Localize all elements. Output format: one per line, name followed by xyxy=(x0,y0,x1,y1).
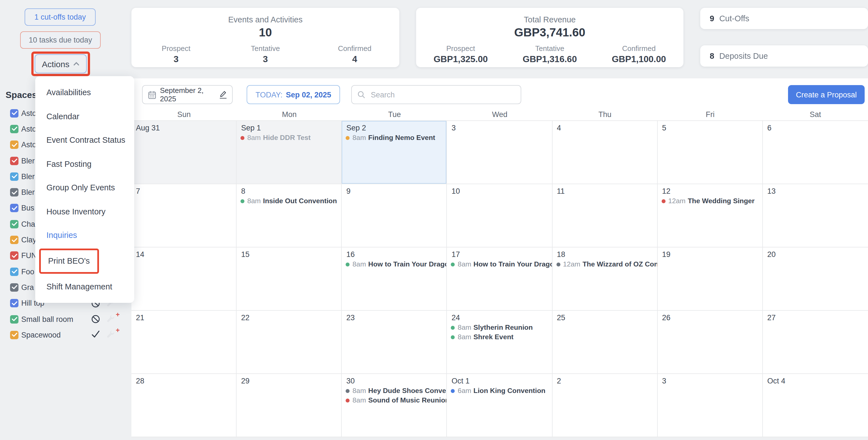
calendar-day-cell[interactable]: Sep 28amFinding Nemo Event xyxy=(342,121,447,184)
tasks-due-button[interactable]: 10 tasks due today xyxy=(20,31,101,49)
space-row: Spacewood+ xyxy=(0,327,131,343)
space-checkbox[interactable] xyxy=(10,283,19,292)
space-checkbox[interactable] xyxy=(10,125,19,133)
calendar-day-cell[interactable]: 10 xyxy=(447,184,552,247)
space-checkbox[interactable] xyxy=(10,252,19,260)
space-checkbox[interactable] xyxy=(10,204,19,212)
calendar-date-label: 7 xyxy=(131,184,236,195)
deposits-card[interactable]: 8 Deposits Due xyxy=(700,45,868,67)
event-status-dot xyxy=(241,136,244,140)
calendar-day-cell[interactable]: 2 xyxy=(552,374,657,437)
calendar-event[interactable]: 12amThe Wizzard of OZ Convention xyxy=(552,260,657,268)
menu-item-print-beo-s[interactable]: Print BEO's xyxy=(41,250,97,272)
calendar-day-cell[interactable]: 14 xyxy=(131,247,237,311)
cutoffs-today-button[interactable]: 1 cut-offs today xyxy=(25,8,96,26)
calendar-event[interactable]: 12amThe Wedding Singer xyxy=(657,197,762,205)
calendar-event[interactable]: 8amHow to Train Your Dragon xyxy=(447,260,552,268)
calendar-event[interactable]: 8amInside Out Convention xyxy=(237,197,341,205)
calendar-day-cell[interactable]: 3 xyxy=(447,121,552,184)
calendar-day-cell[interactable]: 22 xyxy=(237,311,342,374)
calendar-event[interactable]: 8amSlytherin Reunion xyxy=(447,324,552,331)
calendar-day-cell[interactable]: 29 xyxy=(237,374,342,437)
space-checkbox[interactable] xyxy=(10,141,19,149)
menu-item-fast-posting[interactable]: Fast Posting xyxy=(35,152,134,176)
calendar-date-label: 24 xyxy=(447,311,552,322)
app-root: 1 cut-offs today 10 tasks due today Acti… xyxy=(0,0,868,440)
space-checkbox[interactable] xyxy=(10,236,19,244)
calendar-day-cell[interactable]: 1812amThe Wizzard of OZ Convention xyxy=(552,247,657,311)
menu-item-group-only-events[interactable]: Group Only Events xyxy=(35,176,134,200)
events-confirmed-label: Confirmed xyxy=(310,44,399,53)
menu-item-inquiries[interactable]: Inquiries xyxy=(35,223,134,247)
calendar-date-label: Aug 31 xyxy=(131,121,236,132)
calendar-day-cell[interactable]: 25 xyxy=(552,311,657,374)
menu-item-house-inventory[interactable]: House Inventory xyxy=(35,200,134,223)
search-input[interactable] xyxy=(370,90,515,99)
wrench-plus-icon[interactable]: + xyxy=(106,330,119,340)
calendar-event[interactable]: 8amHey Dude Shoes Convention xyxy=(342,387,446,395)
calendar-day-cell[interactable]: 248amSlytherin Reunion8amShrek Event xyxy=(447,311,552,374)
menu-item-shift-management[interactable]: Shift Management xyxy=(35,274,134,298)
calendar-day-cell[interactable]: 168amHow to Train Your Dragon xyxy=(342,247,447,311)
cutoffs-card[interactable]: 9 Cut-Offs xyxy=(700,8,868,29)
calendar-day-cell[interactable]: Oct 4 xyxy=(763,374,868,437)
menu-item-availabilities[interactable]: Availabilities xyxy=(35,81,134,105)
calendar-day-cell[interactable]: 13 xyxy=(763,184,868,247)
space-checkbox[interactable] xyxy=(10,188,19,197)
calendar-day-cell[interactable]: Oct 16amLion King Convention xyxy=(447,374,552,437)
wrench-plus-icon[interactable]: + xyxy=(106,314,119,324)
space-checkbox[interactable] xyxy=(10,172,19,181)
blocked-icon[interactable] xyxy=(91,315,100,324)
calendar-day-cell[interactable]: Aug 31 xyxy=(131,121,237,184)
space-checkbox[interactable] xyxy=(10,267,19,276)
calendar-day-cell[interactable]: 4 xyxy=(552,121,657,184)
calendar-day-cell[interactable]: Sep 18amHide DDR Test xyxy=(237,121,342,184)
menu-item-calendar[interactable]: Calendar xyxy=(35,105,134,128)
today-button[interactable]: TODAY: Sep 02, 2025 xyxy=(247,85,340,104)
calendar-day-cell[interactable]: 5 xyxy=(657,121,763,184)
calendar-event[interactable]: 8amHow to Train Your Dragon xyxy=(342,260,446,268)
calendar-event[interactable]: 8amFinding Nemo Event xyxy=(342,134,446,142)
space-checkbox[interactable] xyxy=(10,220,19,228)
create-proposal-button[interactable]: Create a Proposal xyxy=(788,85,865,104)
cutoffs-label: Cut-Offs xyxy=(719,14,749,23)
calendar-day-cell[interactable]: 20 xyxy=(763,247,868,311)
calendar-date-label: 21 xyxy=(131,311,236,322)
calendar-day-cell[interactable]: 27 xyxy=(763,311,868,374)
calendar-day-cell[interactable]: 23 xyxy=(342,311,447,374)
space-checkbox[interactable] xyxy=(10,109,19,117)
calendar-day-cell[interactable]: 3 xyxy=(657,374,763,437)
actions-button[interactable]: Actions xyxy=(35,54,87,74)
date-picker-button[interactable]: September 2, 2025 xyxy=(142,85,232,104)
event-title: Lion King Convention xyxy=(473,387,545,395)
menu-item-event-contract-status[interactable]: Event Contract Status xyxy=(35,128,134,152)
calendar-day-cell[interactable]: 1212amThe Wedding Singer xyxy=(657,184,763,247)
calendar-date-label: 27 xyxy=(763,311,868,322)
calendar-day-cell[interactable]: 26 xyxy=(657,311,763,374)
calendar-day-cell[interactable]: 7 xyxy=(131,184,237,247)
day-header-wed: Wed xyxy=(447,110,552,120)
space-checkbox[interactable] xyxy=(10,299,19,307)
calendar-day-cell[interactable]: 19 xyxy=(657,247,763,311)
calendar-day-cell[interactable]: 9 xyxy=(342,184,447,247)
actions-annotation-box: Actions xyxy=(31,52,90,76)
calendar-day-cell[interactable]: 15 xyxy=(237,247,342,311)
calendar-day-cell[interactable]: 11 xyxy=(552,184,657,247)
event-time: 6am xyxy=(458,387,471,395)
space-checkbox[interactable] xyxy=(10,331,19,339)
calendar-day-cell[interactable]: 28 xyxy=(131,374,237,437)
calendar-day-cell[interactable]: 308amHey Dude Shoes Convention8amSound o… xyxy=(342,374,447,437)
event-title: Hey Dude Shoes Convention xyxy=(368,387,447,395)
check-icon[interactable] xyxy=(91,330,100,340)
calendar-event[interactable]: 8amShrek Event xyxy=(447,333,552,341)
space-checkbox[interactable] xyxy=(10,315,19,323)
calendar-day-cell[interactable]: 178amHow to Train Your Dragon xyxy=(447,247,552,311)
calendar-event[interactable]: 8amHide DDR Test xyxy=(237,134,341,142)
calendar-day-cell[interactable]: 6 xyxy=(763,121,868,184)
calendar-day-cell[interactable]: 21 xyxy=(131,311,237,374)
calendar-day-cell[interactable]: 88amInside Out Convention xyxy=(237,184,342,247)
space-label: Asto xyxy=(21,141,36,149)
calendar-event[interactable]: 8amSound of Music Reunion xyxy=(342,396,446,404)
calendar-event[interactable]: 6amLion King Convention xyxy=(447,387,552,395)
space-checkbox[interactable] xyxy=(10,156,19,165)
